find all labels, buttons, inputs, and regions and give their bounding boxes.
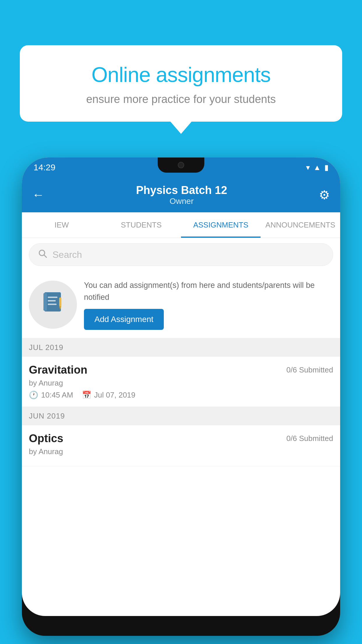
assignment-date: 📅 Jul 07, 2019 xyxy=(82,391,136,400)
speech-bubble-subtitle: ensure more practice for your students xyxy=(40,93,322,106)
assignment-promo: You can add assignment(s) from here and … xyxy=(22,271,340,338)
tab-students[interactable]: STUDENTS xyxy=(101,212,181,238)
speech-bubble-container: Online assignments ensure more practice … xyxy=(20,45,342,122)
tab-announcements[interactable]: ANNOUNCEMENTS xyxy=(261,212,340,238)
svg-rect-4 xyxy=(48,297,57,298)
phone-notch xyxy=(158,158,204,173)
search-bar[interactable]: Search xyxy=(29,243,333,266)
tab-bar: IEW STUDENTS ASSIGNMENTS ANNOUNCEMENTS xyxy=(22,212,340,238)
assignment-name: Gravitation xyxy=(29,364,87,376)
assignment-submitted: 0/6 Submitted xyxy=(287,364,333,374)
signal-icon: ▲ xyxy=(313,163,321,172)
calendar-icon: 📅 xyxy=(82,391,91,400)
status-icons: ▾ ▲ ▮ xyxy=(306,163,328,172)
wifi-icon: ▾ xyxy=(306,163,310,172)
add-assignment-button[interactable]: Add Assignment xyxy=(84,309,164,330)
tab-assignments[interactable]: ASSIGNMENTS xyxy=(181,212,261,238)
svg-line-1 xyxy=(44,255,47,258)
svg-rect-5 xyxy=(48,300,56,302)
notebook-icon xyxy=(40,289,66,321)
assignment-submitted-optics: 0/6 Submitted xyxy=(287,432,333,443)
speech-bubble: Online assignments ensure more practice … xyxy=(20,45,342,122)
tab-overview[interactable]: IEW xyxy=(22,212,101,238)
phone-screen: 14:29 ▾ ▲ ▮ ← Physics Batch 12 Owner ⚙ xyxy=(22,158,340,616)
promo-text: You can add assignment(s) from here and … xyxy=(84,279,333,303)
app-header: ← Physics Batch 12 Owner ⚙ xyxy=(22,177,340,212)
assignment-item-gravitation[interactable]: Gravitation 0/6 Submitted by Anurag 🕐 10… xyxy=(22,357,340,407)
svg-rect-6 xyxy=(48,304,57,305)
search-placeholder: Search xyxy=(52,249,82,260)
assignment-time: 🕐 10:45 AM xyxy=(29,391,73,400)
search-container: Search xyxy=(22,238,340,271)
promo-icon-circle xyxy=(29,281,77,329)
clock-icon: 🕐 xyxy=(29,391,38,400)
assignment-name-optics: Optics xyxy=(29,432,63,445)
phone-camera xyxy=(178,162,184,168)
phone-container: 14:29 ▾ ▲ ▮ ← Physics Batch 12 Owner ⚙ xyxy=(22,158,340,644)
header-subtitle: Owner xyxy=(136,197,227,206)
assignment-row-top-optics: Optics 0/6 Submitted xyxy=(29,432,333,445)
battery-icon: ▮ xyxy=(324,163,328,172)
header-title: Physics Batch 12 xyxy=(136,184,227,197)
back-button[interactable]: ← xyxy=(32,188,44,202)
settings-icon[interactable]: ⚙ xyxy=(319,188,330,202)
promo-content: You can add assignment(s) from here and … xyxy=(84,279,333,330)
month-header-jun: JUN 2019 xyxy=(22,407,340,425)
search-icon xyxy=(38,249,47,260)
svg-rect-3 xyxy=(43,293,47,311)
speech-bubble-title: Online assignments xyxy=(40,63,322,87)
assignment-row-top: Gravitation 0/6 Submitted xyxy=(29,364,333,376)
phone-frame: 14:29 ▾ ▲ ▮ ← Physics Batch 12 Owner ⚙ xyxy=(22,158,340,636)
assignment-details: 🕐 10:45 AM 📅 Jul 07, 2019 xyxy=(29,391,333,400)
assignment-by-optics: by Anurag xyxy=(29,447,333,456)
svg-rect-7 xyxy=(59,298,61,306)
header-center: Physics Batch 12 Owner xyxy=(136,184,227,206)
month-header-jul: JUL 2019 xyxy=(22,338,340,357)
assignment-by: by Anurag xyxy=(29,379,333,388)
assignment-item-optics[interactable]: Optics 0/6 Submitted by Anurag xyxy=(22,425,340,466)
status-time: 14:29 xyxy=(34,162,55,172)
